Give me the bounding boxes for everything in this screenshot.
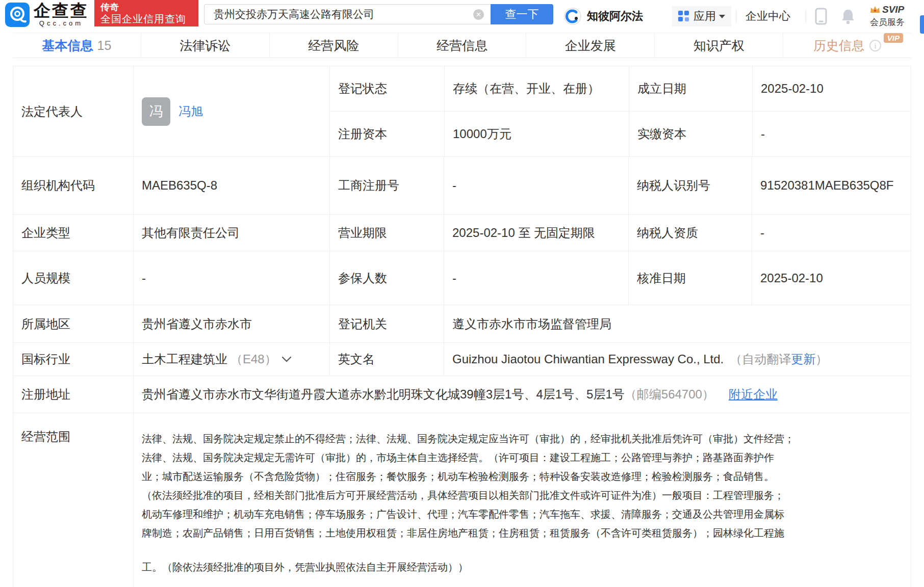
- legal-rep-name-link[interactable]: 冯旭: [178, 103, 203, 120]
- tab-label: 历史信息: [813, 37, 864, 54]
- table-row: 人员规模 - 参保人数 - 核准日期 2025-02-10: [13, 251, 911, 305]
- tab-intellectual-property[interactable]: 知识产权: [654, 33, 783, 58]
- est-date-label: 成立日期: [629, 66, 752, 111]
- side-float-widget[interactable]: [920, 15, 924, 34]
- business-scope-label: 经营范围: [13, 413, 133, 587]
- search-input[interactable]: [204, 4, 491, 24]
- table-row: 所属地区 贵州省遵义市赤水市 登记机关 遵义市赤水市市场监督管理局: [13, 305, 911, 342]
- avatar: 冯: [142, 97, 170, 126]
- brand-name-en: Qcc.com: [34, 19, 89, 27]
- scope-line: 法律、法规、国务院决定规定禁止的不得经营；法律、法规、国务院决定规定应当许可（审…: [142, 430, 794, 448]
- company-type-label: 企业类型: [13, 215, 133, 251]
- org-code-label: 组织机构代码: [13, 157, 133, 214]
- org-code-value: MAEB635Q-8: [133, 157, 329, 214]
- table-row: 法定代表人 冯 冯旭 登记状态 存续（在营、开业、在册） 成立日期 2025-0…: [13, 66, 911, 156]
- taxpayer-id-label: 纳税人识别号: [628, 157, 752, 214]
- svip-sublabel: 会员服务: [870, 16, 905, 28]
- scope-line: 机动车修理和维护；机动车充电销售；停车场服务；广告设计、代理；汽车零配件零售；汽…: [142, 505, 794, 524]
- taxpayer-quality-value: -: [752, 215, 911, 251]
- paid-capital-value: -: [752, 112, 911, 156]
- legal-rep-label: 法定代表人: [13, 66, 133, 156]
- apps-grid-icon: [678, 11, 689, 22]
- notification-bell-icon[interactable]: [840, 0, 856, 33]
- reg-authority-value: 遵义市赤水市市场监督管理局: [444, 305, 911, 342]
- postal-code: （邮编564700）: [625, 386, 714, 403]
- table-row: 注册地址 贵州省遵义市赤水市文华街道丹霞大道赤水黔北明珠文化城39幢3层1号、4…: [13, 376, 911, 413]
- reg-status-value: 存续（在营、开业、在册）: [444, 66, 629, 111]
- english-name-value: Guizhou Jiaotou Chiwantian Expressway Co…: [452, 352, 724, 366]
- nearby-companies-link[interactable]: 附近企业: [729, 386, 778, 403]
- zhibi-alpha-link[interactable]: 知彼阿尔法: [563, 0, 643, 33]
- tab-operation-risk[interactable]: 经营风险: [269, 33, 398, 58]
- tab-label: 基本信息: [42, 37, 93, 54]
- zhibi-alpha-label: 知彼阿尔法: [587, 9, 643, 24]
- business-scope-cell: 法律、法规、国务院决定规定禁止的不得经营；法律、法规、国务院决定规定应当许可（审…: [133, 413, 911, 587]
- biz-reg-no-value: -: [444, 157, 628, 214]
- tab-label: 经营风险: [308, 37, 359, 54]
- badge-line1: 传奇: [100, 2, 192, 13]
- credit-query-badge: 传奇 全国企业信用查询: [94, 0, 198, 26]
- search-bar: ✕ 查一下: [204, 4, 553, 24]
- auto-translate-note-suffix: ）: [815, 351, 828, 367]
- approval-date-label: 核准日期: [628, 251, 752, 305]
- brand-name-cn: 企查查: [34, 2, 89, 19]
- tab-basic-info[interactable]: 基本信息 15: [13, 33, 141, 58]
- header-divider: [806, 10, 806, 23]
- staff-size-label: 人员规模: [13, 251, 133, 305]
- tab-history-info[interactable]: 历史信息 i VIP: [783, 33, 911, 58]
- english-name-label: 英文名: [329, 343, 444, 376]
- svip-label: SVIP: [882, 4, 904, 15]
- company-type-value: 其他有限责任公司: [133, 215, 329, 251]
- tab-operation-info[interactable]: 经营信息: [398, 33, 526, 58]
- chevron-down-icon[interactable]: [282, 357, 291, 362]
- scope-line: （依法须经批准的项目，经相关部门批准后方可开展经营活动，具体经营项目以相关部门批…: [142, 486, 794, 505]
- search-button[interactable]: 查一下: [491, 4, 553, 24]
- tab-label: 法律诉讼: [179, 37, 230, 54]
- tab-label: 知识产权: [694, 37, 745, 54]
- svip-member-service[interactable]: SVIP 会员服务: [870, 4, 905, 37]
- tab-company-development[interactable]: 企业发展: [526, 33, 654, 58]
- qcc-logo-icon: [5, 3, 30, 27]
- tab-count-badge: 15: [97, 38, 112, 53]
- address-label: 注册地址: [13, 376, 133, 413]
- insured-count-value: -: [444, 251, 628, 305]
- english-name-cell: Guizhou Jiaotou Chiwantian Expressway Co…: [444, 343, 911, 376]
- clear-search-icon[interactable]: ✕: [473, 9, 484, 20]
- reg-capital-value: 10000万元: [444, 112, 629, 156]
- reg-capital-label: 注册资本: [330, 112, 444, 156]
- badge-line2: 全国企业信用查询: [100, 13, 192, 25]
- biz-term-value: 2025-02-10 至 无固定期限: [444, 215, 628, 251]
- company-basic-info-table: 法定代表人 冯 冯旭 登记状态 存续（在营、开业、在册） 成立日期 2025-0…: [13, 66, 911, 587]
- industry-cell: 土木工程建筑业 （E48）: [133, 343, 329, 376]
- mobile-app-icon[interactable]: [815, 0, 827, 33]
- zhibi-alpha-icon: [563, 7, 582, 25]
- qcc-logo[interactable]: 企查查 Qcc.com: [5, 2, 89, 27]
- vip-badge: VIP: [884, 33, 903, 43]
- biz-reg-no-label: 工商注册号: [329, 157, 444, 214]
- legal-rep-cell: 冯 冯旭: [133, 66, 329, 156]
- tab-label: 企业发展: [565, 37, 616, 54]
- reg-authority-label: 登记机关: [329, 305, 444, 342]
- top-header: 企查查 Qcc.com 传奇 全国企业信用查询 ✕ 查一下 知彼阿尔法: [0, 0, 924, 33]
- tab-label: 经营信息: [437, 37, 487, 54]
- update-translation-link[interactable]: 更新: [791, 351, 815, 367]
- region-value: 贵州省遵义市赤水市: [133, 305, 329, 342]
- industry-label: 国标行业: [13, 343, 133, 376]
- industry-value: 土木工程建筑业: [142, 351, 227, 367]
- nested-grid: 登记状态 存续（在营、开业、在册） 成立日期 2025-02-10 注册资本 1…: [329, 66, 911, 156]
- region-label: 所属地区: [13, 305, 133, 342]
- table-row: 企业类型 其他有限责任公司 营业期限 2025-02-10 至 无固定期限 纳税…: [13, 214, 911, 251]
- address-value: 贵州省遵义市赤水市文华街道丹霞大道赤水黔北明珠文化城39幢3层1号、4层1号、5…: [142, 386, 625, 403]
- approval-date-value: 2025-02-10: [752, 251, 911, 305]
- taxpayer-quality-label: 纳税人资质: [628, 215, 752, 251]
- auto-translate-note: （自动翻译: [730, 351, 791, 367]
- industry-code: （E48）: [230, 351, 277, 367]
- reg-status-label: 登记状态: [330, 66, 444, 111]
- tab-legal-litigation[interactable]: 法律诉讼: [141, 33, 269, 58]
- enterprise-center-link[interactable]: 企业中心: [746, 0, 790, 33]
- business-scope-text: 法律、法规、国务院决定规定禁止的不得经营；法律、法规、国务院决定规定应当许可（审…: [142, 429, 794, 577]
- section-tabbar: 基本信息 15 法律诉讼 经营风险 经营信息 企业发展 知识产权 历史信息 i …: [13, 33, 911, 58]
- info-icon[interactable]: i: [869, 40, 881, 51]
- apps-menu[interactable]: 应用: [672, 6, 731, 26]
- address-cell: 贵州省遵义市赤水市文华街道丹霞大道赤水黔北明珠文化城39幢3层1号、4层1号、5…: [133, 376, 911, 413]
